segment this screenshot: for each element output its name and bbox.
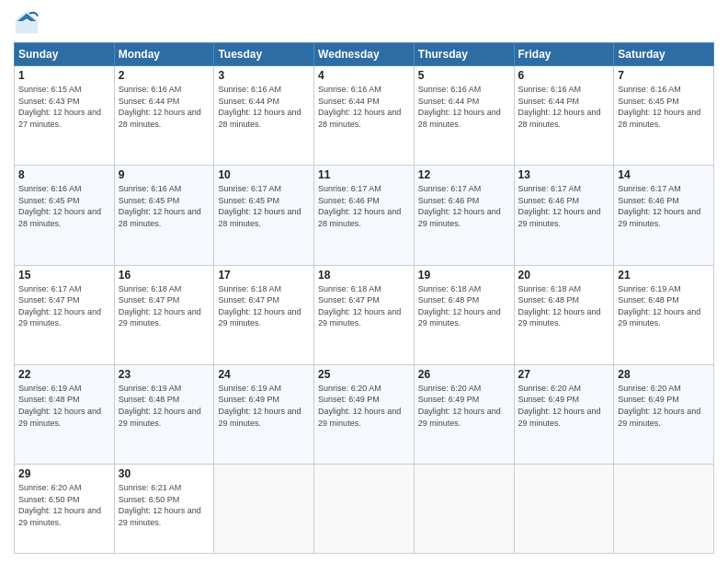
header: [14, 9, 714, 35]
day-info: Sunrise: 6:16 AM Sunset: 6:44 PM Dayligh…: [518, 84, 610, 130]
sunset-label: Sunset: 6:49 PM: [518, 395, 580, 404]
day-number: 13: [518, 168, 610, 181]
day-number: 16: [119, 269, 210, 282]
daylight-label: Daylight: 12 hours and 29 minutes.: [418, 207, 501, 228]
day-info: Sunrise: 6:17 AM Sunset: 6:46 PM Dayligh…: [318, 183, 410, 229]
sunrise-label: Sunrise: 6:16 AM: [518, 85, 582, 94]
sunrise-label: Sunrise: 6:18 AM: [518, 284, 582, 293]
sunrise-label: Sunrise: 6:16 AM: [119, 184, 182, 193]
calendar-cell: 15 Sunrise: 6:17 AM Sunset: 6:47 PM Dayl…: [15, 265, 115, 364]
daylight-label: Daylight: 12 hours and 28 minutes.: [218, 108, 301, 129]
day-info: Sunrise: 6:16 AM Sunset: 6:44 PM Dayligh…: [218, 84, 310, 130]
day-info: Sunrise: 6:19 AM Sunset: 6:48 PM Dayligh…: [119, 383, 210, 429]
day-info: Sunrise: 6:16 AM Sunset: 6:45 PM Dayligh…: [618, 84, 710, 130]
sunrise-label: Sunrise: 6:17 AM: [18, 284, 82, 293]
daylight-label: Daylight: 12 hours and 29 minutes.: [618, 207, 700, 228]
calendar-cell: [314, 465, 415, 554]
sunrise-label: Sunrise: 6:21 AM: [119, 483, 182, 492]
day-number: 20: [518, 269, 610, 282]
day-header-thursday: Thursday: [414, 43, 514, 66]
calendar-cell: [514, 465, 614, 554]
sunset-label: Sunset: 6:45 PM: [119, 196, 180, 205]
daylight-label: Daylight: 12 hours and 29 minutes.: [518, 207, 601, 228]
calendar-cell: [214, 465, 314, 554]
day-header-friday: Friday: [514, 43, 614, 66]
daylight-label: Daylight: 12 hours and 28 minutes.: [518, 108, 601, 129]
sunrise-label: Sunrise: 6:20 AM: [518, 384, 582, 393]
day-info: Sunrise: 6:16 AM Sunset: 6:44 PM Dayligh…: [119, 84, 210, 130]
day-number: 17: [218, 269, 310, 282]
sunrise-label: Sunrise: 6:16 AM: [218, 85, 281, 94]
day-number: 10: [218, 168, 310, 181]
sunrise-label: Sunrise: 6:17 AM: [418, 184, 482, 193]
day-info: Sunrise: 6:17 AM Sunset: 6:45 PM Dayligh…: [218, 183, 310, 229]
sunset-label: Sunset: 6:46 PM: [518, 196, 580, 205]
sunset-label: Sunset: 6:50 PM: [119, 495, 180, 504]
day-header-saturday: Saturday: [614, 43, 714, 66]
day-info: Sunrise: 6:19 AM Sunset: 6:48 PM Dayligh…: [18, 383, 110, 429]
daylight-label: Daylight: 12 hours and 28 minutes.: [119, 108, 201, 129]
calendar-cell: 12 Sunrise: 6:17 AM Sunset: 6:46 PM Dayl…: [414, 166, 514, 265]
calendar-week-row: 15 Sunrise: 6:17 AM Sunset: 6:47 PM Dayl…: [15, 265, 714, 364]
daylight-label: Daylight: 12 hours and 28 minutes.: [218, 207, 301, 228]
day-info: Sunrise: 6:16 AM Sunset: 6:44 PM Dayligh…: [418, 84, 510, 130]
calendar-cell: 19 Sunrise: 6:18 AM Sunset: 6:48 PM Dayl…: [414, 265, 514, 364]
calendar-cell: 17 Sunrise: 6:18 AM Sunset: 6:47 PM Dayl…: [214, 265, 314, 364]
calendar-cell: [614, 465, 714, 554]
day-info: Sunrise: 6:17 AM Sunset: 6:46 PM Dayligh…: [618, 183, 710, 229]
daylight-label: Daylight: 12 hours and 29 minutes.: [518, 307, 601, 328]
sunrise-label: Sunrise: 6:19 AM: [218, 384, 281, 393]
day-number: 24: [218, 368, 310, 381]
day-number: 5: [418, 69, 510, 82]
sunset-label: Sunset: 6:44 PM: [119, 97, 180, 106]
daylight-label: Daylight: 12 hours and 29 minutes.: [318, 407, 401, 428]
sunset-label: Sunset: 6:44 PM: [418, 97, 480, 106]
sunset-label: Sunset: 6:48 PM: [518, 295, 580, 304]
day-number: 11: [318, 168, 410, 181]
calendar-cell: 7 Sunrise: 6:16 AM Sunset: 6:45 PM Dayli…: [614, 66, 714, 166]
sunrise-label: Sunrise: 6:19 AM: [18, 384, 82, 393]
calendar-cell: 21 Sunrise: 6:19 AM Sunset: 6:48 PM Dayl…: [614, 265, 714, 364]
day-number: 7: [618, 69, 710, 82]
day-info: Sunrise: 6:17 AM Sunset: 6:47 PM Dayligh…: [18, 283, 110, 329]
sunset-label: Sunset: 6:48 PM: [18, 395, 80, 404]
daylight-label: Daylight: 12 hours and 29 minutes.: [618, 307, 700, 328]
sunrise-label: Sunrise: 6:20 AM: [618, 384, 681, 393]
day-number: 2: [119, 69, 210, 82]
calendar-cell: 6 Sunrise: 6:16 AM Sunset: 6:44 PM Dayli…: [514, 66, 614, 166]
day-number: 29: [18, 467, 110, 480]
day-info: Sunrise: 6:15 AM Sunset: 6:43 PM Dayligh…: [18, 84, 110, 130]
calendar-cell: 5 Sunrise: 6:16 AM Sunset: 6:44 PM Dayli…: [414, 66, 514, 166]
calendar-cell: 23 Sunrise: 6:19 AM Sunset: 6:48 PM Dayl…: [114, 364, 214, 464]
daylight-label: Daylight: 12 hours and 29 minutes.: [18, 407, 101, 428]
daylight-label: Daylight: 12 hours and 29 minutes.: [218, 307, 301, 328]
day-number: 28: [618, 368, 710, 381]
calendar-cell: 9 Sunrise: 6:16 AM Sunset: 6:45 PM Dayli…: [114, 166, 214, 265]
page: SundayMondayTuesdayWednesdayThursdayFrid…: [0, 0, 728, 563]
sunset-label: Sunset: 6:46 PM: [418, 196, 480, 205]
calendar-week-row: 29 Sunrise: 6:20 AM Sunset: 6:50 PM Dayl…: [15, 465, 714, 554]
calendar-cell: 22 Sunrise: 6:19 AM Sunset: 6:48 PM Dayl…: [15, 364, 115, 464]
calendar-cell: 10 Sunrise: 6:17 AM Sunset: 6:45 PM Dayl…: [214, 166, 314, 265]
sunrise-label: Sunrise: 6:20 AM: [418, 384, 482, 393]
day-header-monday: Monday: [114, 43, 214, 66]
day-info: Sunrise: 6:20 AM Sunset: 6:49 PM Dayligh…: [618, 383, 710, 429]
sunset-label: Sunset: 6:45 PM: [18, 196, 80, 205]
daylight-label: Daylight: 12 hours and 29 minutes.: [18, 506, 101, 527]
sunrise-label: Sunrise: 6:16 AM: [18, 184, 82, 193]
calendar-cell: 2 Sunrise: 6:16 AM Sunset: 6:44 PM Dayli…: [114, 66, 214, 166]
calendar-cell: 30 Sunrise: 6:21 AM Sunset: 6:50 PM Dayl…: [114, 465, 214, 554]
day-number: 22: [18, 368, 110, 381]
sunrise-label: Sunrise: 6:18 AM: [418, 284, 482, 293]
sunrise-label: Sunrise: 6:17 AM: [318, 184, 381, 193]
daylight-label: Daylight: 12 hours and 27 minutes.: [18, 108, 101, 129]
calendar-cell: 28 Sunrise: 6:20 AM Sunset: 6:49 PM Dayl…: [614, 364, 714, 464]
calendar-cell: [414, 465, 514, 554]
day-number: 3: [218, 69, 310, 82]
day-number: 27: [518, 368, 610, 381]
daylight-label: Daylight: 12 hours and 29 minutes.: [119, 407, 201, 428]
logo-icon: [14, 9, 40, 35]
calendar-cell: 4 Sunrise: 6:16 AM Sunset: 6:44 PM Dayli…: [314, 66, 415, 166]
calendar-cell: 3 Sunrise: 6:16 AM Sunset: 6:44 PM Dayli…: [214, 66, 314, 166]
day-number: 30: [119, 467, 210, 480]
